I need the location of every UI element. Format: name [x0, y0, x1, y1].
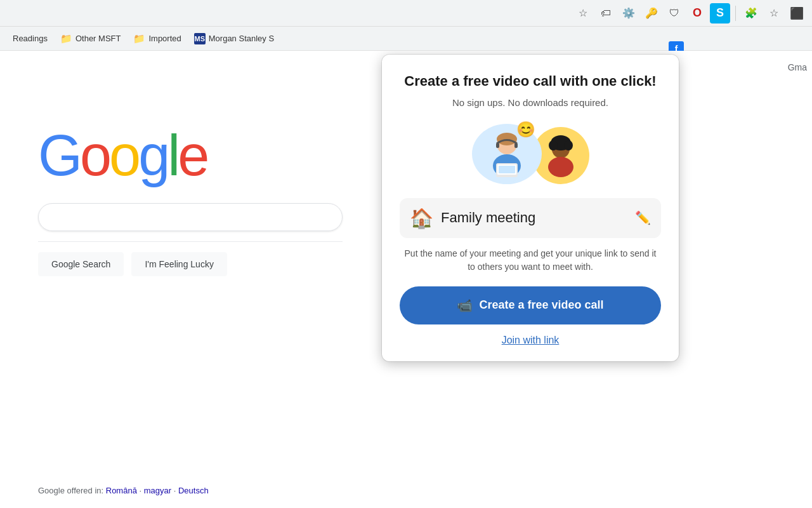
morgan-stanley-label: Morgan Stanley S [209, 34, 274, 43]
folder-icon: 📁 [60, 33, 72, 44]
star-icon[interactable]: ☆ [573, 3, 593, 23]
edit-icon[interactable]: ✏️ [635, 210, 651, 225]
create-video-call-button[interactable]: 📹 Create a free video call [400, 286, 661, 324]
bookmarks-bar: Readings 📁 Other MSFT 📁 Imported MS Morg… [0, 27, 812, 51]
imported-label: Imported [148, 34, 181, 43]
svg-point-12 [549, 140, 558, 150]
favorites-icon[interactable]: ☆ [764, 3, 784, 23]
popup-description: Put the name of your meeting and get you… [400, 247, 661, 274]
google-o1: o [80, 124, 109, 187]
bookmark-morgan-stanley[interactable]: MS Morgan Stanley S [189, 30, 279, 47]
video-camera-icon: 📹 [457, 298, 473, 313]
google-g: G [38, 124, 80, 187]
extension-popup: Create a free video call with one click!… [382, 55, 679, 361]
svg-point-14 [548, 157, 573, 177]
google-offered: Google offered in: Română · magyar · Deu… [38, 486, 209, 495]
search-bar[interactable] [38, 203, 343, 231]
create-btn-label: Create a free video call [479, 298, 603, 312]
offered-text: Google offered in: [38, 486, 103, 495]
svg-point-13 [564, 140, 573, 150]
search-divider [38, 241, 343, 242]
google-g2: g [138, 124, 167, 187]
google-search-button[interactable]: Google Search [38, 252, 124, 276]
skype-icon[interactable]: S [710, 3, 730, 23]
join-with-link[interactable]: Join with link [400, 335, 661, 346]
floating-emoji: 😊 [516, 121, 535, 138]
meeting-input-container[interactable]: 🏠 Family meeting ✏️ [400, 198, 661, 238]
google-l: l [167, 124, 178, 187]
readings-label: Readings [13, 34, 48, 43]
browser-toolbar: ☆ 🏷 ⚙️ 🔑 🛡 O S 🧩 ☆ ⬛ [0, 0, 812, 27]
popup-subtitle: No sign ups. No downloads required. [400, 97, 661, 108]
key-icon[interactable]: 🔑 [641, 3, 662, 23]
opera-icon[interactable]: O [687, 3, 707, 23]
bookmark-imported[interactable]: 📁 Imported [128, 30, 186, 47]
bookmark-other-msft[interactable]: 📁 Other MSFT [55, 30, 126, 47]
bookmark-readings[interactable]: Readings [8, 31, 53, 46]
toolbar-separator [735, 6, 736, 21]
ms-badge: MS [194, 33, 206, 44]
extensions-icon[interactable]: 🧩 [741, 3, 761, 23]
lang-deutsch[interactable]: Deutsch [178, 486, 209, 495]
settings-icon[interactable]: ⚙️ [619, 3, 639, 23]
google-o2: o [109, 124, 138, 187]
google-logo: Google [38, 127, 368, 184]
gmail-text: Gma [788, 62, 807, 72]
google-e: e [178, 124, 207, 187]
google-buttons: Google Search I'm Feeling Lucky [38, 252, 368, 276]
other-msft-label: Other MSFT [75, 34, 121, 43]
page-content: Gma Google Google Search I'm Feeling Luc… [0, 51, 812, 508]
toolbar-icons-group: ☆ 🏷 ⚙️ 🔑 🛡 O S 🧩 ☆ ⬛ [573, 3, 807, 23]
gmail-link[interactable]: Gma [783, 57, 812, 77]
bookmark-icon[interactable]: 🏷 [596, 3, 616, 23]
feeling-lucky-button[interactable]: I'm Feeling Lucky [131, 252, 227, 276]
lang-magyar[interactable]: magyar [144, 486, 171, 495]
popup-illustration: 😊 [400, 121, 661, 184]
cast-icon[interactable]: ⬛ [787, 3, 807, 23]
lang-romana[interactable]: Română [106, 486, 137, 495]
meeting-name-display: Family meeting [441, 210, 627, 226]
house-icon: 🏠 [410, 207, 433, 229]
google-section: Google Google Search I'm Feeling Lucky [38, 127, 368, 276]
shield-icon[interactable]: 🛡 [664, 3, 684, 23]
popup-title: Create a free video call with one click! [400, 72, 661, 91]
person1-avatar: 😊 [472, 124, 542, 184]
folder-icon-2: 📁 [133, 33, 145, 44]
svg-rect-8 [499, 166, 515, 173]
